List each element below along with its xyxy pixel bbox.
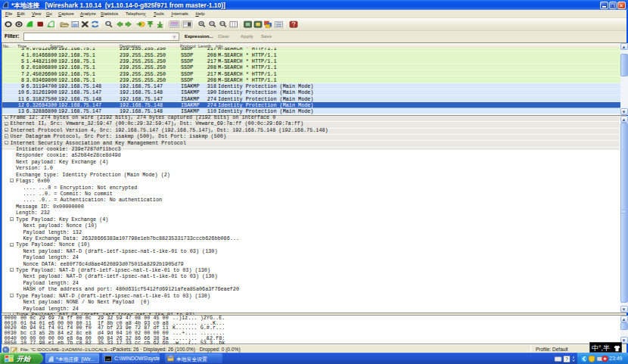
svg-text:?: ?	[565, 356, 568, 362]
